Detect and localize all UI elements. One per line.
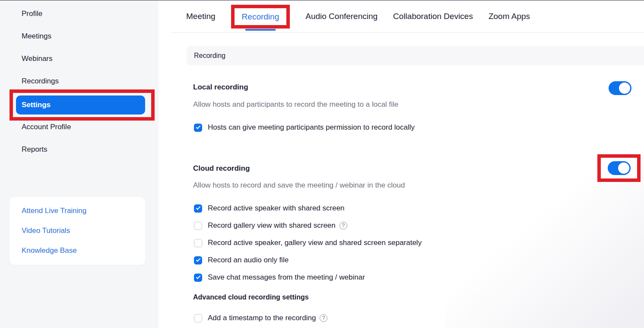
toggle-knob xyxy=(618,162,629,174)
sidebar-item-meetings[interactable]: Meetings xyxy=(22,32,51,41)
section-header-recording: Recording xyxy=(187,46,644,65)
tab-meeting[interactable]: Meeting xyxy=(186,12,216,21)
checkbox[interactable] xyxy=(194,222,202,230)
checkmark-icon xyxy=(196,274,200,279)
checkbox[interactable] xyxy=(194,274,202,282)
link-attend-live-training[interactable]: Attend Live Training xyxy=(22,207,86,215)
option-label: Add a timestamp to the recording xyxy=(208,314,316,322)
option-label: Record gallery view with shared screen xyxy=(208,221,336,230)
active-tab-underline xyxy=(245,29,276,31)
option-record-separately[interactable]: Record active speaker, gallery view and … xyxy=(194,239,422,247)
checkbox[interactable] xyxy=(194,204,202,213)
option-record-active-speaker-shared-screen[interactable]: Record active speaker with shared screen xyxy=(194,204,345,213)
sidebar-item-webinars[interactable]: Webinars xyxy=(22,54,53,63)
cloud-recording-description: Allow hosts to record and save the meeti… xyxy=(193,181,405,190)
zoom-settings-page: Profile Meetings Webinars Recordings Set… xyxy=(0,0,644,328)
local-recording-toggle[interactable] xyxy=(609,81,631,95)
advanced-cloud-settings-title: Advanced cloud recording settings xyxy=(193,293,309,301)
option-add-timestamp[interactable]: Add a timestamp to the recording ? xyxy=(194,314,327,322)
checkbox[interactable] xyxy=(194,124,202,132)
link-knowledge-base[interactable]: Knowledge Base xyxy=(22,246,77,255)
help-icon[interactable]: ? xyxy=(320,314,327,322)
checkmark-icon xyxy=(196,257,200,262)
annotation-box-recording-tab: Recording xyxy=(231,5,290,29)
tab-recording[interactable]: Recording xyxy=(242,12,279,22)
checkmark-icon xyxy=(196,124,200,129)
checkbox[interactable] xyxy=(194,314,202,322)
checkbox[interactable] xyxy=(194,256,202,264)
option-label: Record active speaker, gallery view and … xyxy=(208,239,422,247)
main-content: Meeting Recording Audio Conferencing Col… xyxy=(159,0,644,328)
checkbox[interactable] xyxy=(194,239,202,247)
toggle-knob xyxy=(619,83,630,94)
option-label: Hosts can give meeting participants perm… xyxy=(208,123,415,132)
section-header-label: Recording xyxy=(194,52,225,60)
local-recording-description: Allow hosts and participants to record t… xyxy=(193,100,398,109)
help-icon[interactable]: ? xyxy=(339,222,347,229)
local-recording-title: Local recording xyxy=(193,83,248,92)
option-record-audio-only[interactable]: Record an audio only file xyxy=(194,256,289,264)
option-hosts-permission-record-locally[interactable]: Hosts can give meeting participants perm… xyxy=(194,123,415,132)
annotation-box-cloud-toggle xyxy=(597,154,641,182)
option-save-chat-messages[interactable]: Save chat messages from the meeting / we… xyxy=(194,273,365,282)
window-top-edge xyxy=(0,0,644,0)
option-label: Record active speaker with shared screen xyxy=(208,204,345,213)
option-label: Save chat messages from the meeting / we… xyxy=(208,273,365,282)
tab-recording-label: Recording xyxy=(242,12,279,21)
option-record-gallery-view-shared-screen[interactable]: Record gallery view with shared screen ? xyxy=(194,221,347,230)
settings-tab-bar: Meeting Recording Audio Conferencing Col… xyxy=(159,0,644,33)
tab-collaboration-devices[interactable]: Collaboration Devices xyxy=(393,12,473,21)
tab-zoom-apps[interactable]: Zoom Apps xyxy=(489,12,530,21)
sidebar-item-profile[interactable]: Profile xyxy=(22,10,42,18)
sidebar-item-recordings[interactable]: Recordings xyxy=(22,77,59,86)
cloud-recording-toggle[interactable] xyxy=(608,161,631,175)
sidebar: Profile Meetings Webinars Recordings Set… xyxy=(0,0,159,328)
tab-audio-conferencing[interactable]: Audio Conferencing xyxy=(305,12,378,21)
help-links-card: Attend Live Training Video Tutorials Kno… xyxy=(10,197,145,265)
link-video-tutorials[interactable]: Video Tutorials xyxy=(22,226,70,235)
checkmark-icon xyxy=(196,205,200,210)
option-label: Record an audio only file xyxy=(208,256,289,264)
cloud-recording-title: Cloud recording xyxy=(193,164,250,173)
sidebar-item-reports[interactable]: Reports xyxy=(22,145,48,154)
sidebar-item-account-profile[interactable]: Account Profile xyxy=(22,123,71,131)
sidebar-item-settings[interactable]: Settings xyxy=(16,96,145,115)
